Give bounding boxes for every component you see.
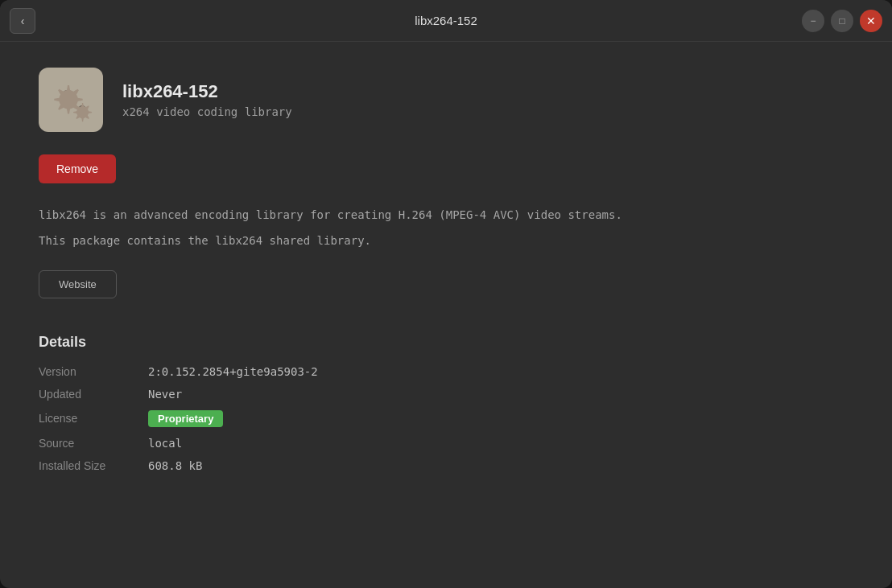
installed-size-value: 608.8 kB: [148, 459, 202, 472]
maximize-button[interactable]: □: [831, 10, 853, 32]
description-line-2: This package contains the libx264 shared…: [39, 232, 853, 251]
version-row: Version 2:0.152.2854+gite9a5903-2: [39, 365, 853, 378]
description-line-1: libx264 is an advanced encoding library …: [39, 206, 853, 225]
app-description: libx264 is an advanced encoding library …: [39, 206, 853, 251]
app-name: libx264-152: [122, 81, 292, 102]
app-header: libx264-152 x264 video coding library: [39, 68, 853, 132]
installed-size-label: Installed Size: [39, 459, 135, 472]
main-content: libx264-152 x264 video coding library Re…: [0, 42, 892, 588]
titlebar-left: ‹: [10, 8, 35, 34]
version-label: Version: [39, 365, 135, 378]
app-info: libx264-152 x264 video coding library: [122, 81, 292, 118]
updated-value: Never: [148, 388, 182, 401]
license-badge: Proprietary: [148, 410, 223, 427]
license-label: License: [39, 412, 135, 425]
updated-label: Updated: [39, 388, 135, 401]
website-button[interactable]: Website: [39, 270, 117, 298]
updated-row: Updated Never: [39, 388, 853, 401]
remove-button[interactable]: Remove: [39, 154, 116, 183]
details-section: Details Version 2:0.152.2854+gite9a5903-…: [39, 334, 853, 472]
app-icon: [39, 68, 103, 132]
source-row: Source local: [39, 437, 853, 450]
source-label: Source: [39, 437, 135, 450]
installed-size-row: Installed Size 608.8 kB: [39, 459, 853, 472]
close-button[interactable]: ✕: [860, 10, 882, 32]
window-title: libx264-152: [415, 14, 477, 27]
details-heading: Details: [39, 334, 853, 351]
titlebar: ‹ libx264-152 − □ ✕: [0, 0, 892, 42]
minimize-button[interactable]: −: [802, 10, 824, 32]
license-row: License Proprietary: [39, 410, 853, 427]
version-value: 2:0.152.2854+gite9a5903-2: [148, 365, 318, 378]
app-subtitle: x264 video coding library: [122, 105, 292, 118]
window-controls: − □ ✕: [802, 10, 882, 32]
source-value: local: [148, 437, 182, 450]
app-window: ‹ libx264-152 − □ ✕: [0, 0, 892, 588]
back-button[interactable]: ‹: [10, 8, 35, 34]
